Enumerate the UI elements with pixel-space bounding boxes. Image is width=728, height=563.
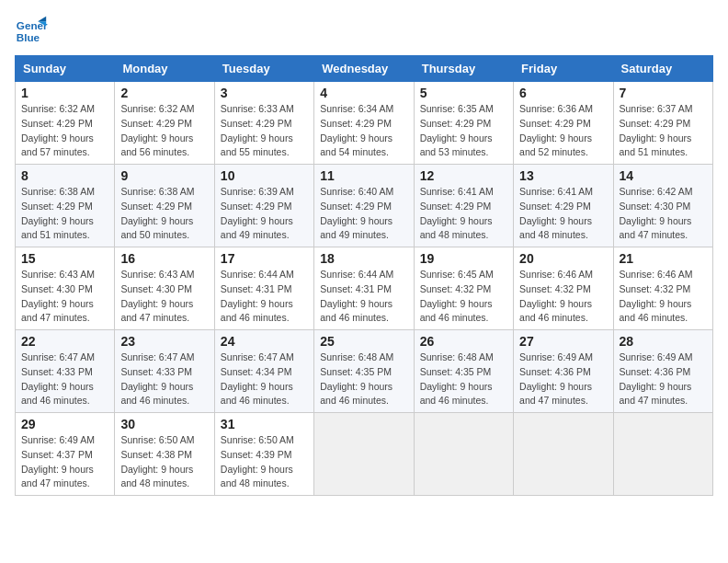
day-number: 9 (120, 168, 208, 183)
day-info: Sunrise: 6:32 AM Sunset: 4:29 PM Dayligh… (120, 102, 208, 160)
day-number: 16 (120, 251, 208, 266)
day-number: 3 (221, 86, 308, 100)
calendar-cell: 9 Sunrise: 6:38 AM Sunset: 4:29 PM Dayli… (115, 165, 214, 247)
day-number: 20 (519, 251, 607, 266)
day-number: 8 (21, 168, 108, 183)
week-row-5: 29 Sunrise: 6:49 AM Sunset: 4:37 PM Dayl… (16, 413, 713, 496)
day-number: 17 (221, 251, 308, 266)
calendar-cell: 24 Sunrise: 6:47 AM Sunset: 4:34 PM Dayl… (214, 330, 313, 413)
calendar-cell: 10 Sunrise: 6:39 AM Sunset: 4:29 PM Dayl… (214, 165, 313, 247)
calendar-header: SundayMondayTuesdayWednesdayThursdayFrid… (16, 56, 713, 82)
calendar-cell: 17 Sunrise: 6:44 AM Sunset: 4:31 PM Dayl… (214, 247, 313, 330)
day-info: Sunrise: 6:48 AM Sunset: 4:35 PM Dayligh… (420, 350, 507, 408)
calendar-cell: 2 Sunrise: 6:32 AM Sunset: 4:29 PM Dayli… (115, 82, 214, 165)
day-info: Sunrise: 6:47 AM Sunset: 4:33 PM Dayligh… (21, 350, 108, 408)
day-info: Sunrise: 6:33 AM Sunset: 4:29 PM Dayligh… (221, 102, 308, 160)
weekday-friday: Friday (514, 56, 613, 82)
calendar-cell: 22 Sunrise: 6:47 AM Sunset: 4:33 PM Dayl… (16, 330, 115, 413)
weekday-sunday: Sunday (16, 56, 115, 82)
calendar-cell: 13 Sunrise: 6:41 AM Sunset: 4:29 PM Dayl… (514, 165, 613, 247)
calendar-cell (613, 413, 712, 496)
calendar-cell: 7 Sunrise: 6:37 AM Sunset: 4:29 PM Dayli… (613, 82, 712, 165)
svg-text:Blue: Blue (17, 31, 40, 43)
logo: General Blue (15, 15, 51, 48)
day-number: 29 (21, 417, 108, 431)
logo-icon: General Blue (15, 15, 48, 48)
calendar-cell: 25 Sunrise: 6:48 AM Sunset: 4:35 PM Dayl… (314, 330, 414, 413)
calendar-cell: 20 Sunrise: 6:46 AM Sunset: 4:32 PM Dayl… (514, 247, 613, 330)
day-info: Sunrise: 6:46 AM Sunset: 4:32 PM Dayligh… (620, 268, 707, 326)
calendar-cell: 18 Sunrise: 6:44 AM Sunset: 4:31 PM Dayl… (314, 247, 414, 330)
day-info: Sunrise: 6:35 AM Sunset: 4:29 PM Dayligh… (420, 102, 507, 160)
day-info: Sunrise: 6:45 AM Sunset: 4:32 PM Dayligh… (420, 268, 507, 326)
weekday-tuesday: Tuesday (214, 56, 313, 82)
calendar-cell: 23 Sunrise: 6:47 AM Sunset: 4:33 PM Dayl… (115, 330, 214, 413)
calendar-cell: 3 Sunrise: 6:33 AM Sunset: 4:29 PM Dayli… (214, 82, 313, 165)
day-info: Sunrise: 6:46 AM Sunset: 4:32 PM Dayligh… (519, 268, 607, 326)
day-number: 11 (320, 168, 407, 183)
weekday-thursday: Thursday (414, 56, 513, 82)
day-number: 30 (120, 417, 208, 431)
day-info: Sunrise: 6:40 AM Sunset: 4:29 PM Dayligh… (320, 185, 407, 243)
day-info: Sunrise: 6:43 AM Sunset: 4:30 PM Dayligh… (120, 268, 208, 326)
day-info: Sunrise: 6:42 AM Sunset: 4:30 PM Dayligh… (620, 185, 707, 243)
day-info: Sunrise: 6:44 AM Sunset: 4:31 PM Dayligh… (221, 268, 308, 326)
day-info: Sunrise: 6:36 AM Sunset: 4:29 PM Dayligh… (519, 102, 607, 160)
day-number: 23 (120, 334, 208, 349)
calendar-cell (414, 413, 513, 496)
day-number: 12 (420, 168, 507, 183)
week-row-1: 1 Sunrise: 6:32 AM Sunset: 4:29 PM Dayli… (16, 82, 713, 165)
day-info: Sunrise: 6:41 AM Sunset: 4:29 PM Dayligh… (519, 185, 607, 243)
day-info: Sunrise: 6:50 AM Sunset: 4:38 PM Dayligh… (120, 433, 208, 491)
calendar-cell: 27 Sunrise: 6:49 AM Sunset: 4:36 PM Dayl… (514, 330, 613, 413)
day-info: Sunrise: 6:49 AM Sunset: 4:36 PM Dayligh… (519, 350, 607, 408)
calendar-cell: 19 Sunrise: 6:45 AM Sunset: 4:32 PM Dayl… (414, 247, 513, 330)
calendar-cell: 31 Sunrise: 6:50 AM Sunset: 4:39 PM Dayl… (214, 413, 313, 496)
day-number: 6 (519, 86, 607, 100)
calendar-cell (314, 413, 414, 496)
calendar-body: 1 Sunrise: 6:32 AM Sunset: 4:29 PM Dayli… (16, 82, 713, 496)
weekday-saturday: Saturday (613, 56, 712, 82)
day-info: Sunrise: 6:48 AM Sunset: 4:35 PM Dayligh… (320, 350, 407, 408)
day-number: 10 (221, 168, 308, 183)
day-number: 7 (620, 86, 707, 100)
calendar-cell (514, 413, 613, 496)
week-row-3: 15 Sunrise: 6:43 AM Sunset: 4:30 PM Dayl… (16, 247, 713, 330)
day-number: 13 (519, 168, 607, 183)
calendar-cell: 5 Sunrise: 6:35 AM Sunset: 4:29 PM Dayli… (414, 82, 513, 165)
calendar-cell: 26 Sunrise: 6:48 AM Sunset: 4:35 PM Dayl… (414, 330, 513, 413)
weekday-monday: Monday (115, 56, 214, 82)
day-number: 24 (221, 334, 308, 349)
day-info: Sunrise: 6:43 AM Sunset: 4:30 PM Dayligh… (21, 268, 108, 326)
day-number: 5 (420, 86, 507, 100)
calendar-table: SundayMondayTuesdayWednesdayThursdayFrid… (15, 55, 713, 496)
header: General Blue (15, 15, 713, 48)
calendar-cell: 8 Sunrise: 6:38 AM Sunset: 4:29 PM Dayli… (16, 165, 115, 247)
calendar-cell: 16 Sunrise: 6:43 AM Sunset: 4:30 PM Dayl… (115, 247, 214, 330)
day-number: 25 (320, 334, 407, 349)
day-info: Sunrise: 6:39 AM Sunset: 4:29 PM Dayligh… (221, 185, 308, 243)
calendar-cell: 6 Sunrise: 6:36 AM Sunset: 4:29 PM Dayli… (514, 82, 613, 165)
day-number: 31 (221, 417, 308, 431)
day-number: 21 (620, 251, 707, 266)
day-info: Sunrise: 6:37 AM Sunset: 4:29 PM Dayligh… (620, 102, 707, 160)
day-number: 18 (320, 251, 407, 266)
day-number: 28 (620, 334, 707, 349)
day-number: 14 (620, 168, 707, 183)
calendar-cell: 14 Sunrise: 6:42 AM Sunset: 4:30 PM Dayl… (613, 165, 712, 247)
calendar-cell: 4 Sunrise: 6:34 AM Sunset: 4:29 PM Dayli… (314, 82, 414, 165)
calendar-cell: 30 Sunrise: 6:50 AM Sunset: 4:38 PM Dayl… (115, 413, 214, 496)
calendar-cell: 21 Sunrise: 6:46 AM Sunset: 4:32 PM Dayl… (613, 247, 712, 330)
day-number: 2 (120, 86, 208, 100)
weekday-wednesday: Wednesday (314, 56, 414, 82)
calendar-cell: 28 Sunrise: 6:49 AM Sunset: 4:36 PM Dayl… (613, 330, 712, 413)
week-row-2: 8 Sunrise: 6:38 AM Sunset: 4:29 PM Dayli… (16, 165, 713, 247)
day-info: Sunrise: 6:50 AM Sunset: 4:39 PM Dayligh… (221, 433, 308, 491)
day-info: Sunrise: 6:38 AM Sunset: 4:29 PM Dayligh… (21, 185, 108, 243)
day-info: Sunrise: 6:49 AM Sunset: 4:37 PM Dayligh… (21, 433, 108, 491)
week-row-4: 22 Sunrise: 6:47 AM Sunset: 4:33 PM Dayl… (16, 330, 713, 413)
day-info: Sunrise: 6:34 AM Sunset: 4:29 PM Dayligh… (320, 102, 407, 160)
day-number: 19 (420, 251, 507, 266)
day-number: 22 (21, 334, 108, 349)
day-number: 1 (21, 86, 108, 100)
